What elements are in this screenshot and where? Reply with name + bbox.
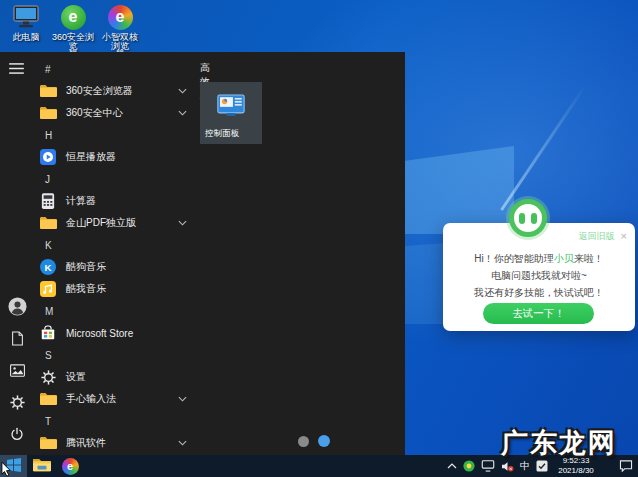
chevron-down-icon[interactable]	[178, 110, 187, 116]
rail-documents-button[interactable]	[11, 330, 24, 349]
rail-user-account-button[interactable]	[8, 298, 27, 317]
chevron-down-icon[interactable]	[178, 220, 187, 226]
hamburger-icon	[9, 62, 24, 77]
folder-icon	[38, 392, 58, 406]
start-menu-rail	[0, 52, 34, 455]
app-list-section-header[interactable]: T	[36, 410, 190, 432]
hamburger-menu-button[interactable]	[9, 62, 24, 77]
taskbar-browser[interactable]: e	[57, 455, 83, 477]
desktop-icon-area: 此电脑e360安全浏览器e小智双核浏览器	[4, 3, 142, 59]
taskbar-file-explorer[interactable]	[29, 455, 55, 477]
taskbar-left: e	[0, 455, 83, 477]
chevron-down-icon[interactable]	[178, 396, 187, 402]
computer-icon	[13, 3, 39, 31]
app-list-item[interactable]: 计算器	[36, 190, 190, 212]
site-watermark: 广东龙网	[501, 425, 617, 461]
assistant-message: Hi！你的智能助理小贝来啦！ 电脑问题找我就对啦~ 我还有好多技能，快试试吧！	[443, 250, 635, 301]
desktop-icon-360-secure-browser[interactable]: e360安全浏览器	[51, 3, 95, 59]
tray-ime-icon[interactable]	[536, 460, 548, 472]
document-icon	[11, 331, 24, 349]
app-list-item-label: 360安全浏览器	[66, 84, 133, 98]
app-list-item[interactable]: 360安全中心	[36, 102, 190, 124]
folder-icon	[38, 84, 58, 98]
folder-icon	[38, 216, 58, 230]
app-list-item[interactable]: 金山PDF独立版	[36, 212, 190, 234]
assistant-line-3: 我还有好多技能，快试试吧！	[443, 284, 635, 301]
app-list-item-label: 酷狗音乐	[66, 260, 106, 274]
store-icon	[38, 325, 58, 341]
tray-360-tray-icon[interactable]	[463, 460, 475, 472]
chevron-down-icon[interactable]	[178, 88, 187, 94]
control-panel-icon	[217, 94, 245, 122]
app-list-item-label: 金山PDF独立版	[66, 216, 136, 230]
player-icon	[38, 149, 58, 165]
start-menu-panel: #360安全浏览器360安全中心H恒星播放器J计算器金山PDF独立版KK酷狗音乐…	[0, 52, 405, 455]
desktop-icon-xiaozhi-dual-core-browser[interactable]: e小智双核浏览器	[98, 3, 142, 59]
windows-logo-icon	[7, 458, 21, 475]
app-list-section-header[interactable]: S	[36, 344, 190, 366]
app-list-section-header[interactable]: #	[36, 58, 190, 80]
app-list-section-header[interactable]: K	[36, 234, 190, 256]
tray-date: 2021/8/30	[554, 466, 598, 476]
app-list-item[interactable]: K酷狗音乐	[36, 256, 190, 278]
app-list-item-label: 360安全中心	[66, 106, 123, 120]
app-list-item[interactable]: 腾讯软件	[36, 432, 190, 454]
close-icon[interactable]: ×	[621, 231, 627, 242]
app-list-item-label: 设置	[66, 370, 86, 384]
app-list-item[interactable]: Microsoft Store	[36, 322, 190, 344]
chevron-down-icon[interactable]	[178, 440, 187, 446]
folder-icon	[38, 436, 58, 450]
assistant-popup: 返回旧版 × Hi！你的智能助理小贝来啦！ 电脑问题找我就对啦~ 我还有好多技能…	[443, 223, 635, 331]
app-list-item-label: 酷我音乐	[66, 282, 106, 296]
rail-settings-button[interactable]	[10, 394, 25, 413]
start-menu-rail-bottom	[0, 298, 34, 445]
tile-page-dots	[298, 435, 330, 447]
app-list-item-label: 手心输入法	[66, 392, 116, 406]
tray-volume-muted-icon[interactable]	[501, 461, 514, 472]
svg-text:K: K	[44, 262, 51, 273]
rail-pictures-button[interactable]	[10, 362, 25, 381]
tray-network-icon[interactable]	[481, 460, 495, 472]
wallpaper-light-pane	[398, 146, 514, 234]
app-list-item-label: Microsoft Store	[66, 328, 133, 339]
browser-e-icon: e	[62, 458, 79, 475]
desktop: 此电脑e360安全浏览器e小智双核浏览器 #360安全浏览器360安全中心H恒星…	[0, 0, 638, 477]
app-list-item[interactable]: 360安全浏览器	[36, 80, 190, 102]
app-list-section-header[interactable]: M	[36, 300, 190, 322]
calculator-icon	[38, 193, 58, 209]
tray-input-language-indicator[interactable]: 中	[520, 459, 530, 473]
assistant-line-1: Hi！你的智能助理小贝来啦！	[443, 250, 635, 267]
back-to-old-version-link[interactable]: 返回旧版	[579, 230, 615, 243]
pictures-icon	[10, 364, 25, 380]
desktop-icon-label: 此电脑	[13, 33, 40, 42]
app-list-item[interactable]: 设置	[36, 366, 190, 388]
gear-icon	[38, 370, 58, 385]
app-list-item[interactable]: 恒星播放器	[36, 146, 190, 168]
assistant-line-2: 电脑问题找我就对啦~	[443, 267, 635, 284]
app-list-item[interactable]: 手心输入法	[36, 388, 190, 410]
app-list-section-header[interactable]: J	[36, 168, 190, 190]
rail-power-button[interactable]	[10, 426, 24, 445]
tray-hidden-icons-chevron-icon[interactable]	[447, 463, 457, 469]
app-list-item[interactable]: 酷我音乐	[36, 278, 190, 300]
tile-label: 控制面板	[205, 128, 239, 140]
assistant-popup-topbar: 返回旧版 ×	[579, 230, 627, 243]
tray-action-center-icon[interactable]	[619, 460, 633, 472]
assistant-name-highlight: 小贝	[554, 253, 574, 264]
power-icon	[10, 427, 24, 444]
app-list: #360安全浏览器360安全中心H恒星播放器J计算器金山PDF独立版KK酷狗音乐…	[36, 58, 190, 454]
app-list-item-label: 腾讯软件	[66, 436, 106, 450]
kugou-icon: K	[38, 259, 58, 275]
assistant-robot-icon	[509, 199, 547, 237]
app-list-item-label: 计算器	[66, 194, 96, 208]
page-dot-active[interactable]	[318, 435, 330, 447]
app-list-section-header[interactable]: H	[36, 124, 190, 146]
gear-icon	[10, 395, 25, 413]
e-rainbow-icon: e	[108, 3, 133, 31]
page-dot-inactive[interactable]	[298, 436, 309, 447]
start-button[interactable]	[0, 455, 27, 477]
desktop-icon-this-pc[interactable]: 此电脑	[4, 3, 48, 59]
tile-control-panel[interactable]: 控制面板	[200, 82, 262, 144]
e-green-icon: e	[61, 3, 86, 31]
try-it-button[interactable]: 去试一下！	[483, 303, 594, 324]
